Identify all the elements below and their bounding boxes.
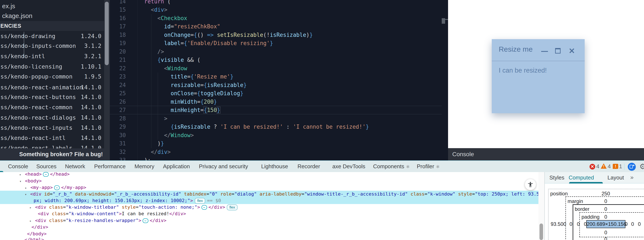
- tab-network[interactable]: Network: [65, 161, 85, 173]
- code-line[interactable]: </Window>: [144, 131, 194, 140]
- file-item[interactable]: ex.js: [2, 1, 15, 11]
- tab-layout[interactable]: Layout: [608, 172, 624, 183]
- twisty-icon[interactable]: ▸: [25, 185, 30, 191]
- issues-icon[interactable]: !: [613, 164, 618, 169]
- tab-memory[interactable]: Memory: [134, 161, 154, 173]
- code-line[interactable]: <Checkbox: [144, 14, 187, 23]
- gear-icon[interactable]: ⚙: [639, 162, 644, 171]
- tab-axe-devtools[interactable]: axe DevTools: [332, 161, 365, 173]
- console-drawer-bar[interactable]: Console: [448, 148, 644, 160]
- boxmodel-left-value[interactable]: 0: [580, 221, 591, 227]
- code-line[interactable]: resizable={isResizable}: [144, 81, 246, 89]
- expand-ellipsis-icon[interactable]: …: [142, 218, 148, 223]
- dependency-item[interactable]: ss/kendo-react-buttons14.1.0: [0, 92, 101, 102]
- padding-bottom-value[interactable]: 0: [600, 230, 612, 235]
- tree-row[interactable]: </html>: [0, 236, 538, 240]
- expand-ellipsis-icon[interactable]: …: [54, 185, 60, 190]
- border-bottom-value[interactable]: 0: [600, 236, 612, 240]
- code-line[interactable]: />: [144, 47, 164, 56]
- code-line[interactable]: <div>: [144, 6, 168, 14]
- border-top-value[interactable]: 0: [600, 206, 612, 212]
- file-a-bug-link[interactable]: Something broken? File a bug!: [0, 148, 104, 160]
- dependency-item[interactable]: ss/kendo-drawing1.24.0: [0, 31, 101, 41]
- tree-row[interactable]: ▸<head>…</head>: [0, 172, 538, 178]
- tab-components[interactable]: Components⚛: [373, 161, 410, 173]
- more-tabs-chevron[interactable]: »: [630, 172, 633, 183]
- code-line[interactable]: minWidth={200}: [144, 97, 217, 106]
- tree-row[interactable]: <div class="k-window-content">I can be r…: [0, 210, 538, 217]
- code-line[interactable]: onClose={toggleDialog}: [144, 89, 244, 97]
- sidebar-scrollbar[interactable]: [104, 0, 110, 160]
- tab-styles[interactable]: Styles: [550, 172, 564, 183]
- padding-top-value[interactable]: 0: [600, 214, 612, 220]
- close-icon[interactable]: ✕: [566, 39, 579, 61]
- dependency-item[interactable]: ss/kendo-react-intl14.1.0: [0, 133, 101, 143]
- code-line[interactable]: );: [144, 156, 151, 160]
- sidebar-scrollbar-thumb[interactable]: [105, 2, 109, 65]
- tree-row[interactable]: ▾<body>: [0, 178, 538, 184]
- dependency-item[interactable]: ss/kendo-react-inputs14.1.0: [0, 123, 101, 133]
- tree-row[interactable]: ▾<div id="_r_b_" data-windowid="_r_b_-ac…: [0, 191, 538, 197]
- tab-recorder[interactable]: Recorder: [298, 161, 320, 173]
- code-editor[interactable]: 14return (15 <div>16 <Checkbox17 id="res…: [110, 0, 448, 160]
- expand-ellipsis-icon[interactable]: …: [43, 172, 48, 177]
- code-line[interactable]: return (: [144, 0, 170, 6]
- dependency-item[interactable]: ss/kendo-licensing1.10.1: [0, 62, 101, 72]
- error-icon[interactable]: ✕: [590, 164, 595, 170]
- dependency-item[interactable]: ss/kendo-intl3.2.1: [0, 51, 101, 61]
- code-line[interactable]: minHeight={150}: [144, 106, 220, 114]
- dependency-item[interactable]: ss/kendo-react-animation14.1.0: [0, 82, 101, 92]
- elements-scrollbar[interactable]: [538, 172, 544, 240]
- code-line[interactable]: <Window: [144, 64, 187, 73]
- tree-row[interactable]: ▸<div class="k-window-titlebar" style="t…: [0, 204, 538, 211]
- dependency-item[interactable]: ss/kendo-inputs-common3.1.2: [0, 41, 101, 51]
- margin-top-value[interactable]: 0: [600, 198, 612, 204]
- tab-console[interactable]: Console: [8, 161, 28, 173]
- expand-ellipsis-icon[interactable]: …: [202, 205, 207, 210]
- code-line[interactable]: )}: [144, 139, 164, 148]
- flex-badge[interactable]: flex: [227, 204, 237, 210]
- tree-row[interactable]: px; width: 200.69px; height: 150.163px; …: [0, 197, 538, 204]
- tree-row[interactable]: ▸<div class="k-resize-handles-wrapper">……: [0, 217, 538, 224]
- code-line[interactable]: label={'Enable/Disable resizing'}: [144, 39, 273, 47]
- code-line[interactable]: {isResizable ? 'I can be resized!' : 'I …: [144, 123, 369, 131]
- twisty-icon[interactable]: ▾: [25, 191, 30, 198]
- boxmodel-right-value[interactable]: 0: [635, 221, 644, 227]
- twisty-icon[interactable]: ▸: [30, 217, 35, 224]
- dependency-item[interactable]: ss/kendo-popup-common1.9.5: [0, 72, 101, 82]
- tab-privacy-and-security[interactable]: Privacy and security: [199, 161, 248, 173]
- code-line[interactable]: >: [144, 114, 168, 123]
- accessibility-person-icon[interactable]: [525, 179, 536, 190]
- boxmodel-left-value[interactable]: 93.500: [551, 221, 562, 227]
- code-line[interactable]: {visible && (: [144, 56, 200, 64]
- warning-icon[interactable]: !: [601, 163, 607, 169]
- minimize-icon[interactable]: [538, 39, 551, 61]
- tab-sources[interactable]: Sources: [36, 161, 56, 173]
- file-item[interactable]: ckage.json: [2, 11, 32, 21]
- twisty-icon[interactable]: ▸: [30, 204, 35, 211]
- code-line[interactable]: title={'Resize me'}: [144, 72, 234, 81]
- tab-computed[interactable]: Computed: [568, 172, 594, 183]
- maximize-icon[interactable]: [552, 39, 564, 61]
- tab-profiler[interactable]: Profiler⚛: [417, 161, 440, 173]
- window-titlebar[interactable]: Resize me ✕: [492, 39, 585, 61]
- code-line[interactable]: onChange={() => setIsResizable(!isResiza…: [144, 31, 313, 39]
- twisty-icon[interactable]: ▾: [20, 178, 25, 185]
- position-top-value[interactable]: 250: [600, 191, 612, 197]
- code-line[interactable]: </div>: [144, 148, 170, 156]
- tab-lighthouse[interactable]: Lighthouse: [261, 161, 288, 173]
- resize-me-window[interactable]: Resize me ✕ I can be resized!: [492, 39, 585, 113]
- tree-row[interactable]: </div>: [0, 224, 538, 230]
- code-line[interactable]: id="resizeChkBox": [144, 22, 220, 31]
- elements-panel[interactable]: ▸<head>…</head>▾<body>▸<my-app>…</my-app…: [0, 172, 538, 240]
- tree-row[interactable]: ▸<my-app>…</my-app>: [0, 184, 538, 191]
- ai-assistant-icon[interactable]: ✦: [628, 163, 636, 171]
- flex-badge[interactable]: flex: [195, 198, 205, 204]
- dependency-item[interactable]: ss/kendo-react-common14.1.0: [0, 102, 101, 112]
- elements-scrollbar-thumb[interactable]: [540, 223, 543, 240]
- tab-performance[interactable]: Performance: [94, 161, 126, 173]
- boxmodel-content[interactable]: 200.689×150.156: [586, 220, 626, 228]
- twisty-icon[interactable]: ▸: [20, 172, 25, 178]
- tab-application[interactable]: Application: [163, 161, 190, 173]
- dependency-item[interactable]: ss/kendo-react-dialogs14.1.0: [0, 112, 101, 123]
